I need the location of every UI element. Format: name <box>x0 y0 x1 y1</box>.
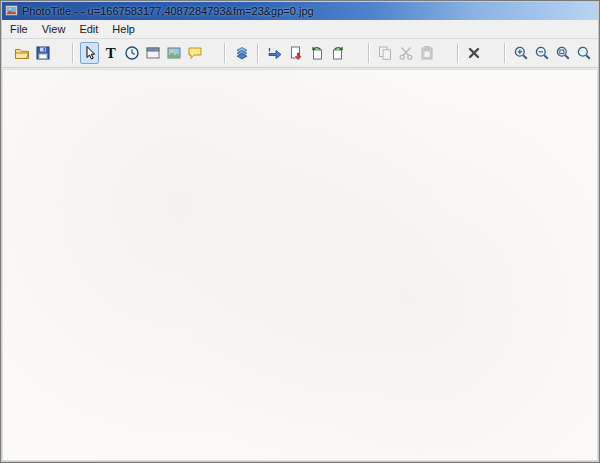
image-canvas[interactable] <box>2 69 598 461</box>
rotate-3d-button[interactable] <box>232 42 251 64</box>
toolbar: T <box>1 39 599 68</box>
flip-button[interactable] <box>265 42 284 64</box>
zoom-fit-icon <box>555 45 571 61</box>
zoom-fit-button[interactable] <box>554 42 573 64</box>
open-button[interactable] <box>12 42 31 64</box>
export-page-button[interactable] <box>286 42 305 64</box>
speech-bubble-icon <box>187 45 203 61</box>
zoom-in-icon <box>513 45 529 61</box>
window-capture-button[interactable] <box>143 42 162 64</box>
titlebar[interactable]: PhotoTitle - - u=1667583177,4087284793&f… <box>1 1 599 20</box>
zoom-actual-icon <box>576 45 592 61</box>
clock-icon <box>124 45 140 61</box>
toolbar-separator <box>257 43 259 63</box>
rotate-right-button[interactable] <box>329 42 348 64</box>
select-tool-button[interactable] <box>80 42 99 64</box>
menubar: File View Edit Help <box>1 20 599 39</box>
menu-view[interactable]: View <box>35 20 73 38</box>
clock-tool-button[interactable] <box>122 42 141 64</box>
rotate-left-button[interactable] <box>308 42 327 64</box>
delete-button[interactable] <box>465 42 484 64</box>
layer-stack-icon <box>234 45 250 61</box>
callout-tool-button[interactable] <box>185 42 204 64</box>
window-title: PhotoTitle - - u=1667583177,4087284793&f… <box>22 5 314 17</box>
window-icon <box>145 45 161 61</box>
scissors-icon <box>398 45 414 61</box>
toolbar-separator <box>368 43 370 63</box>
toolbar-separator <box>457 43 459 63</box>
menu-edit[interactable]: Edit <box>72 20 105 38</box>
toolbar-separator <box>224 43 226 63</box>
text-tool-button[interactable]: T <box>101 42 120 64</box>
menu-help[interactable]: Help <box>105 20 142 38</box>
text-T-icon: T <box>106 46 116 61</box>
toolbar-separator <box>504 43 506 63</box>
client-area <box>1 68 599 462</box>
image-icon <box>166 45 182 61</box>
paste-icon <box>419 45 435 61</box>
zoom-out-button[interactable] <box>533 42 552 64</box>
folder-open-icon <box>14 45 30 61</box>
insert-image-button[interactable] <box>164 42 183 64</box>
menu-file[interactable]: File <box>3 20 35 38</box>
paste-button[interactable] <box>418 42 437 64</box>
flip-arrow-icon <box>267 45 283 61</box>
copy-button[interactable] <box>376 42 395 64</box>
delete-x-icon <box>466 45 482 61</box>
cursor-arrow-icon <box>82 45 98 61</box>
zoom-actual-button[interactable] <box>575 42 594 64</box>
page-down-arrow-icon <box>288 45 304 61</box>
copy-icon <box>377 45 393 61</box>
toolbar-separator <box>72 43 74 63</box>
save-button[interactable] <box>33 42 52 64</box>
app-window: PhotoTitle - - u=1667583177,4087284793&f… <box>0 0 600 463</box>
zoom-in-button[interactable] <box>512 42 531 64</box>
app-icon[interactable] <box>5 4 18 17</box>
cut-button[interactable] <box>397 42 416 64</box>
rotate-right-icon <box>330 45 346 61</box>
zoom-out-icon <box>534 45 550 61</box>
rotate-left-icon <box>309 45 325 61</box>
floppy-disk-icon <box>35 45 51 61</box>
